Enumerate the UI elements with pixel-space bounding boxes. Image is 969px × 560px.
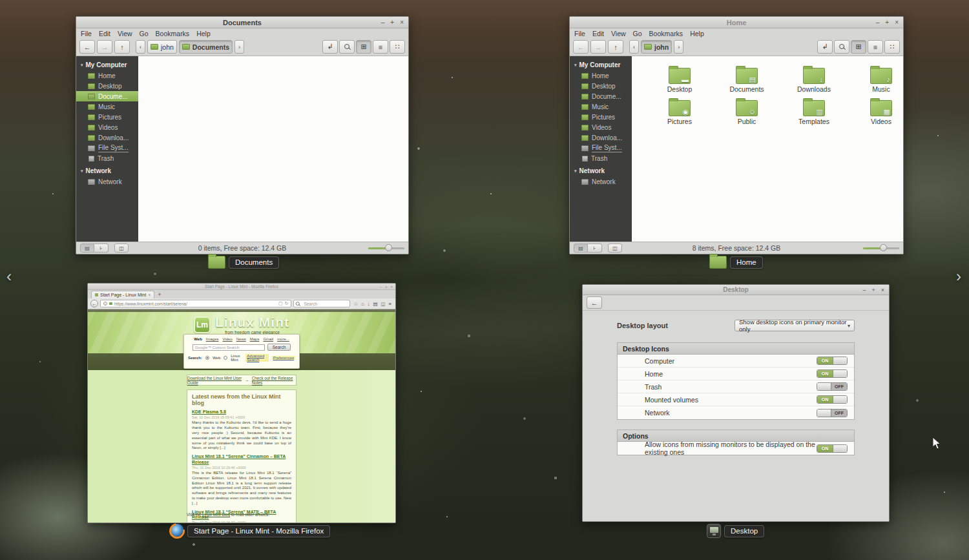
sidebar-section-computer[interactable]: ▾My Computer: [76, 60, 138, 70]
breadcrumb-john[interactable]: john: [147, 40, 177, 54]
treeview-toggle-button[interactable]: ⊦: [94, 244, 109, 253]
file-icon-desktop[interactable]: ▬Desktop: [667, 65, 693, 97]
menu-help[interactable]: Help: [690, 30, 704, 37]
home-expo-label[interactable]: Home: [709, 256, 763, 269]
file-icon-videos[interactable]: ▦Videos: [870, 97, 892, 129]
documents-titlebar[interactable]: Documents – + ×: [76, 17, 408, 28]
sidebar-item-trash[interactable]: Trash: [570, 153, 632, 163]
home-titlebar[interactable]: Home – + ×: [570, 17, 903, 28]
file-icon-public[interactable]: ☺Public: [736, 97, 758, 129]
browser-search-field[interactable]: Search: [293, 300, 350, 307]
menu-help[interactable]: Help: [196, 30, 211, 37]
slider-handle[interactable]: [385, 244, 392, 251]
engine-link-gmail[interactable]: Gmail: [263, 337, 273, 341]
menu-go[interactable]: Go: [633, 30, 642, 37]
tab-close-icon[interactable]: ×: [148, 293, 151, 297]
file-icon-downloads[interactable]: ↓Downloads: [797, 65, 831, 97]
desktop-layout-dropdown[interactable]: Show desktop icons on primary monitor on…: [735, 320, 855, 331]
treeview-toggle-button[interactable]: ⊦: [588, 244, 602, 253]
toggle-missing-monitors[interactable]: ON: [817, 444, 848, 453]
menu-bookmarks[interactable]: Bookmarks: [156, 30, 190, 37]
maximize-icon[interactable]: +: [390, 19, 394, 26]
toggle-home[interactable]: ON: [817, 369, 848, 378]
post-title-link[interactable]: Linux Mint 18.1 “Serena” Cinnamon – BETA…: [192, 454, 291, 465]
workspace-right-arrow[interactable]: ›: [956, 267, 961, 285]
crumb-prev-button[interactable]: ‹: [136, 40, 145, 54]
documents-expo-label[interactable]: Documents: [208, 256, 279, 269]
close-icon[interactable]: ×: [881, 287, 884, 293]
sidebar-item-home[interactable]: Home: [570, 70, 632, 81]
custom-search-input[interactable]: Google™ Custom Search: [193, 344, 265, 351]
desktop-settings-titlebar[interactable]: Desktop – + ×: [583, 285, 889, 295]
location-entry-button[interactable]: ↲: [817, 40, 833, 54]
icon-view-button[interactable]: ⊞: [851, 40, 866, 54]
release-notes-link[interactable]: Check out the Release Notes: [252, 376, 296, 385]
sidebar-item-desktop[interactable]: Desktop: [570, 81, 632, 91]
menu-file[interactable]: File: [574, 30, 585, 37]
file-icon-documents[interactable]: ▤Documents: [729, 65, 764, 97]
sidebar-toggle-button[interactable]: ◫: [114, 244, 129, 253]
new-tab-button[interactable]: +: [158, 291, 161, 298]
compact-view-button[interactable]: ∷: [884, 40, 900, 54]
engine-link-news[interactable]: News: [236, 337, 246, 341]
preferences-link[interactable]: Preferences: [272, 356, 295, 360]
forward-button[interactable]: →: [590, 40, 606, 54]
sidebar-item-filesystem[interactable]: File Syst...: [570, 143, 632, 153]
search-button[interactable]: [339, 40, 355, 54]
search-button[interactable]: [834, 40, 849, 54]
breadcrumb-documents[interactable]: Documents: [179, 40, 233, 54]
menu-edit[interactable]: Edit: [99, 30, 110, 37]
toggle-mounted-volumes[interactable]: ON: [817, 395, 848, 404]
file-icon-templates[interactable]: ▥Templates: [798, 97, 829, 129]
places-toggle-button[interactable]: ▤: [574, 244, 588, 253]
maximize-icon[interactable]: +: [885, 19, 889, 26]
search-submit-button[interactable]: Search: [267, 344, 291, 351]
desktop-settings-expo-label[interactable]: Desktop: [707, 524, 764, 538]
location-entry-button[interactable]: ↲: [322, 40, 338, 54]
engine-link-images[interactable]: Images: [206, 337, 219, 341]
sidebar-item-network[interactable]: Network: [570, 176, 632, 187]
menu-view[interactable]: View: [118, 30, 132, 37]
icon-view-button[interactable]: ⊞: [356, 40, 371, 54]
sidebar-item-videos[interactable]: Videos: [76, 122, 138, 132]
identity-info-icon[interactable]: i: [103, 302, 107, 306]
toggle-network[interactable]: OFF: [817, 409, 848, 417]
sidebar-item-documents[interactable]: Docume...: [570, 91, 632, 101]
menu-file[interactable]: File: [81, 30, 92, 37]
engine-link-more[interactable]: more...: [277, 337, 289, 341]
minimize-icon[interactable]: –: [876, 19, 880, 26]
sidebar-item-music[interactable]: Music: [76, 101, 138, 112]
maximize-icon[interactable]: +: [385, 285, 388, 289]
back-button[interactable]: ←: [573, 40, 589, 54]
maximize-icon[interactable]: +: [871, 287, 875, 293]
sidebar-item-network[interactable]: Network: [76, 176, 138, 187]
post-title-link[interactable]: KDE Plasma 5.8: [192, 410, 291, 415]
tab-start-page[interactable]: Start Page - Linux Mint ×: [91, 291, 154, 298]
user-guide-link[interactable]: Download the Linux Mint User Guide: [187, 376, 242, 385]
workspace-left-arrow[interactable]: ‹: [6, 267, 12, 285]
crumb-next-button[interactable]: ›: [234, 40, 244, 54]
close-icon[interactable]: ×: [390, 285, 393, 289]
firefox-titlebar[interactable]: Start Page - Linux Mint - Mozilla Firefo…: [88, 284, 395, 290]
firefox-expo-label[interactable]: Start Page - Linux Mint - Mozilla Firefo…: [170, 524, 330, 538]
list-view-button[interactable]: ≡: [868, 40, 883, 54]
reload-icon[interactable]: ↻: [285, 301, 289, 306]
up-button[interactable]: ↑: [608, 40, 623, 54]
toggle-trash[interactable]: OFF: [817, 382, 848, 391]
engine-link-video[interactable]: Video: [222, 337, 232, 341]
sidebar-item-music[interactable]: Music: [570, 101, 632, 112]
up-button[interactable]: ↑: [114, 40, 130, 54]
toggle-computer[interactable]: ON: [817, 357, 848, 365]
file-list-area[interactable]: [138, 56, 408, 242]
downloads-icon[interactable]: ↓: [368, 301, 370, 307]
crumb-prev-button[interactable]: ‹: [629, 40, 639, 54]
list-view-button[interactable]: ≡: [373, 40, 388, 54]
reader-mode-icon[interactable]: ▢: [278, 301, 283, 306]
url-bar[interactable]: i https://www.linuxmint.com/start/serena…: [100, 300, 291, 307]
radio-web[interactable]: [205, 356, 209, 360]
library-icon[interactable]: ▤: [373, 301, 377, 307]
sidebar-item-videos[interactable]: Videos: [570, 122, 632, 132]
back-button[interactable]: ←: [79, 40, 95, 54]
sidebar-item-pictures[interactable]: Pictures: [76, 112, 138, 122]
sidebar-section-network[interactable]: ▾Network: [570, 166, 632, 176]
